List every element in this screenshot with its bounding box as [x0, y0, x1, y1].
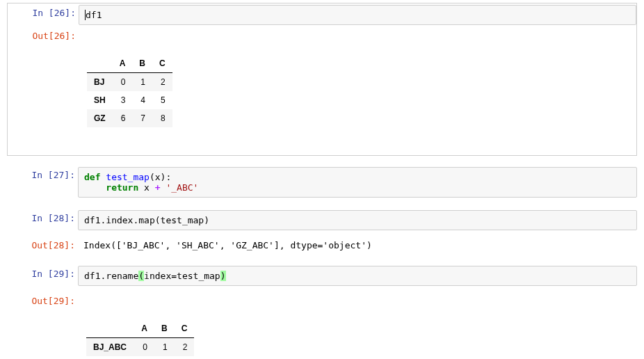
cell-26: In [26]: df1 Out[26]: A B C	[7, 3, 637, 156]
cell-val: 1	[154, 338, 175, 357]
cell-val: 1	[132, 73, 152, 92]
df1-table: A B C BJ 0 1 2 SH	[87, 54, 172, 127]
sig: (x):	[150, 172, 171, 182]
rparen: )	[220, 271, 226, 281]
cell-val: 4	[132, 91, 152, 109]
table-row: SH 3 4 5	[87, 91, 172, 109]
col-B: B	[132, 54, 152, 73]
cell-val: 7	[132, 109, 152, 127]
cell-val: 5	[152, 91, 172, 109]
table-row: GZ 6 7 8	[87, 109, 172, 127]
cell-28-code[interactable]: df1.index.map(test_map)	[78, 210, 637, 230]
cell-29-code[interactable]: df1.rename(index=test_map)	[78, 266, 637, 286]
cell-val: 5	[175, 356, 195, 359]
cell-29-in-prompt: In [29]:	[7, 264, 78, 283]
expr-pre: x	[138, 182, 154, 193]
cell-29-out-prompt: Out[29]:	[7, 292, 78, 310]
fn-name: test_map	[106, 172, 150, 182]
cell-29-output-row: Out[29]: A B C BJ_ABC 0 1 2	[7, 292, 637, 359]
col-B: B	[154, 319, 175, 338]
str-literal: '_ABC'	[166, 182, 198, 193]
df1-renamed-table: A B C BJ_ABC 0 1 2 SH_ABC 3 4	[86, 319, 194, 359]
kw-def: def	[84, 172, 100, 182]
cell-28-input-row: In [28]: df1.index.map(test_map)	[7, 209, 637, 232]
table-row: BJ_ABC 0 1 2	[86, 338, 194, 357]
cell-26-in-prompt: In [26]:	[8, 3, 79, 22]
col-C: C	[175, 319, 195, 338]
row-idx: BJ_ABC	[86, 338, 134, 357]
cell-27-in-prompt: In [27]:	[7, 166, 78, 184]
indent	[84, 182, 106, 193]
cell-val: 3	[134, 356, 154, 359]
cell-28-output-row: Out[28]: Index(['BJ_ABC', 'SH_ABC', 'GZ_…	[7, 236, 637, 255]
cell-val: 2	[175, 338, 195, 357]
row-idx: SH_ABC	[86, 356, 134, 359]
cell-28-output: Index(['BJ_ABC', 'SH_ABC', 'GZ_ABC'], dt…	[78, 236, 637, 255]
code-text: df1.index.map(test_map)	[84, 215, 209, 225]
corner-blank	[86, 319, 134, 338]
cell-27-input-row: In [27]: def test_map(x): return x + '_A…	[7, 166, 637, 199]
code-pre: df1.rename	[84, 271, 138, 281]
code-text: df1	[86, 10, 102, 20]
cell-26-input-row: In [26]: df1	[8, 3, 636, 26]
kw-return: return	[106, 182, 138, 193]
cell-26-output: A B C BJ 0 1 2 SH	[79, 26, 636, 155]
cell-29-input-row: In [29]: df1.rename(index=test_map)	[7, 264, 637, 287]
cell-26-output-row: Out[26]: A B C BJ 0	[8, 26, 636, 155]
row-idx: BJ	[87, 73, 113, 92]
table-row: SH_ABC 3 4 5	[86, 356, 194, 359]
lparen: (	[138, 271, 144, 281]
cell-val: 2	[152, 73, 172, 92]
cell-val: 3	[113, 91, 133, 109]
op-plus: +	[155, 182, 161, 193]
cell-27-code[interactable]: def test_map(x): return x + '_ABC'	[78, 167, 637, 198]
table-row: BJ 0 1 2	[87, 73, 172, 92]
notebook-container: In [26]: df1 Out[26]: A B C	[0, 0, 644, 359]
cell-val: 8	[152, 109, 172, 127]
cell-26-code[interactable]: df1	[79, 5, 636, 25]
row-idx: SH	[87, 91, 113, 109]
cell-val: 0	[113, 73, 133, 92]
cell-29-output: A B C BJ_ABC 0 1 2 SH_ABC 3 4	[78, 292, 637, 359]
col-A: A	[113, 54, 133, 73]
cell-28-out-prompt: Out[28]:	[7, 236, 78, 255]
cell-val: 4	[154, 356, 175, 359]
corner-blank	[87, 54, 113, 73]
args: index=test_map	[144, 271, 220, 281]
cell-val: 6	[113, 109, 133, 127]
cell-val: 0	[134, 338, 154, 357]
col-A: A	[134, 319, 154, 338]
col-C: C	[152, 54, 172, 73]
cell-26-out-prompt: Out[26]:	[8, 26, 79, 45]
row-idx: GZ	[87, 109, 113, 127]
cell-28-in-prompt: In [28]:	[7, 209, 78, 228]
